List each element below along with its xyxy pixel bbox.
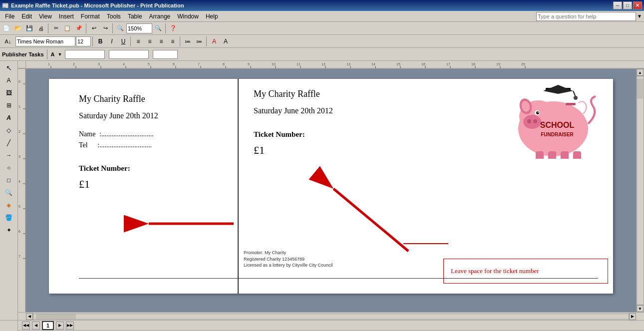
hscroll-left[interactable]: ◀ [26,313,33,320]
bullet-btn[interactable]: ≔ [182,36,193,47]
title-bar-left: 📰 Example Raffle Ticket.pub - Microsoft … [2,2,184,9]
stub-date: Saturday June 20th 2012 [79,111,223,120]
menu-window[interactable]: Window [174,12,202,21]
menu-file[interactable]: File [2,12,17,21]
align-left-btn[interactable]: ≡ [133,36,144,47]
vscroll-thumb[interactable] [637,79,643,99]
svg-text:0: 0 [18,80,20,83]
pointer-tool[interactable]: ↖ [3,62,15,74]
task-label: Publisher Tasks [2,51,44,57]
pig-illustration: SCHOOL FUNDRAISER [498,84,608,159]
fill-tool[interactable]: 🪣 [3,212,15,224]
color-tool[interactable]: ◈ [3,199,15,211]
undo-btn[interactable]: ↩ [88,23,99,34]
page-last-btn[interactable]: ▶▶ [66,322,74,330]
toolbar1: 📄 📂 💾 🖨 ✂ 📋 📌 ↩ ↪ 🔍 150% 🔍 ❓ [0,22,644,35]
svg-text:SCHOOL: SCHOOL [540,121,575,129]
page-next-btn[interactable]: ▶ [56,322,64,330]
doc-canvas[interactable]: My Charity Raffle Saturday June 20th 201… [26,69,636,312]
close-button[interactable]: ✕ [633,1,642,9]
para-style-input[interactable] [109,50,149,59]
stub-ticket-number-label: Ticket Number: [79,164,223,173]
table-tool[interactable]: ⊞ [3,99,15,111]
ruler-horizontal: 1 2 3 4 5 6 7 8 [26,61,644,69]
svg-text:13: 13 [346,62,350,66]
page-prev-btn[interactable]: ◀ [32,322,40,330]
align-right-btn[interactable]: ≡ [156,36,167,47]
svg-text:20: 20 [521,62,525,66]
svg-text:6: 6 [18,230,20,233]
hscroll-thumb[interactable] [36,314,76,319]
oval-tool[interactable]: ○ [3,162,15,174]
vscroll-down[interactable]: ▼ [637,305,644,312]
svg-text:7: 7 [18,255,20,258]
hscrollbar: ◀ ▶ [18,312,644,320]
hscroll-right[interactable]: ▶ [629,313,636,320]
justify-btn[interactable]: ≡ [167,36,178,47]
zoom-out-btn[interactable]: 🔍 [115,23,126,34]
cut-btn[interactable]: ✂ [50,23,61,34]
font-size-box[interactable] [76,36,91,46]
ticket-stub: My Charity Raffle Saturday June 20th 201… [49,79,239,294]
menu-insert[interactable]: Insert [56,12,77,21]
menu-format[interactable]: Format [78,12,103,21]
vscroll-track[interactable] [637,76,644,305]
styles-label: A↓ [1,38,15,44]
new-btn[interactable]: 📄 [1,23,12,34]
hscroll-track[interactable] [33,314,629,320]
image-tool[interactable]: 🖼 [3,87,15,99]
menu-edit[interactable]: Edit [18,12,35,21]
arrow-tool[interactable]: → [3,149,15,161]
vscroll-up[interactable]: ▲ [637,69,644,76]
save-btn[interactable]: 💾 [24,23,35,34]
minimize-button[interactable]: ─ [613,1,622,9]
svg-point-67 [527,119,531,123]
font-box[interactable] [15,36,75,46]
ask-input[interactable] [536,12,636,21]
menu-table[interactable]: Table [125,12,145,21]
task-sep [47,49,48,59]
print-btn[interactable]: 🖨 [35,23,46,34]
shapes-tool[interactable]: ◇ [3,124,15,136]
italic-btn[interactable]: I [106,36,117,47]
align-center-btn[interactable]: ≡ [144,36,155,47]
page-first-btn[interactable]: ◀◀ [22,322,30,330]
main-area: ↖ A 🖼 ⊞ A ◇ ╱ → ○ □ 🔍 ◈ 🪣 ✦ 1 [0,61,644,320]
text-tool[interactable]: A [3,74,15,86]
style-input[interactable] [65,50,105,59]
title-bar: 📰 Example Raffle Ticket.pub - Microsoft … [0,0,644,11]
svg-text:7: 7 [198,62,200,66]
main-bottom-line [239,278,598,279]
copy-btn[interactable]: 📋 [62,23,73,34]
svg-marker-59 [543,85,573,94]
svg-point-66 [523,115,541,129]
menu-arrange[interactable]: Arrange [146,12,174,21]
custom-shapes[interactable]: ✦ [3,224,15,236]
font-size-input2[interactable] [153,50,178,59]
svg-text:10: 10 [272,62,276,66]
underline-btn[interactable]: U [118,36,129,47]
menu-help[interactable]: Help [203,12,221,21]
redo-btn[interactable]: ↪ [100,23,111,34]
line-tool[interactable]: ╱ [3,137,15,149]
maximize-button[interactable]: □ [623,1,632,9]
zoom-in-btn[interactable]: 🔍 [153,23,164,34]
style-arrow: ▼ [58,52,62,57]
wordart-tool[interactable]: A [3,112,15,124]
page-navigator: ◀◀ ◀ 1 ▶ ▶▶ [18,320,644,330]
menu-tools[interactable]: Tools [104,12,124,21]
zoom-tool[interactable]: 🔍 [3,187,15,199]
stub-bottom-line [79,278,238,279]
paste-btn[interactable]: 📌 [73,23,84,34]
open-btn[interactable]: 📂 [12,23,23,34]
bold-btn[interactable]: B [95,36,106,47]
menu-view[interactable]: View [36,12,55,21]
zoom-box[interactable]: 150% [126,23,152,33]
ruler-left: 0 1 2 3 4 5 6 7 [18,69,26,312]
text-color-btn[interactable]: A [220,36,231,47]
rect-tool[interactable]: □ [3,174,15,186]
canvas-inner: 0 1 2 3 4 5 6 7 [18,69,644,312]
number-btn[interactable]: ≔ [194,36,205,47]
help-btn[interactable]: ❓ [168,23,179,34]
font-color-btn[interactable]: A [209,36,220,47]
